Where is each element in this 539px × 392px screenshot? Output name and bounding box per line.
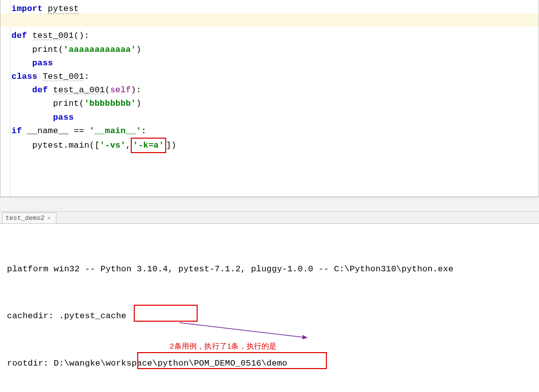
emphasis-box-summary <box>137 352 327 369</box>
code-editor[interactable]: import pytest def test_001(): print('aaa… <box>0 0 539 197</box>
console-output[interactable]: platform win32 -- Python 3.10.4, pytest-… <box>0 224 539 392</box>
code-line-4: print('aaaaaaaaaaaa') <box>11 43 539 56</box>
pane-separator[interactable] <box>0 197 539 212</box>
tab-label: test_demo2 <box>5 214 44 222</box>
annotation-text: 2条用例，执行了1条，执行的是 <box>170 339 277 353</box>
code-line-3: def test_001(): <box>11 29 539 42</box>
tab-test-demo2[interactable]: test_demo2 × <box>2 212 56 223</box>
code-line-2 <box>11 15 539 29</box>
code-line-5: pass <box>11 56 539 70</box>
code-line-8: print('bbbbbbbb') <box>11 97 539 110</box>
code-line-1: import pytest <box>11 2 539 15</box>
code-content: import pytest def test_001(): print('aaa… <box>0 2 539 167</box>
code-line-9: pass <box>11 111 539 124</box>
close-icon[interactable]: × <box>47 215 51 221</box>
console-tab-bar: test_demo2 × <box>0 212 539 224</box>
code-line-11: pytest.main(['-vs','-k=a']) <box>11 138 539 153</box>
code-line-6: class Test_001: <box>11 70 539 83</box>
emphasis-box-kflag: '-k=a' <box>131 138 166 153</box>
code-line-12 <box>11 153 539 167</box>
svg-line-0 <box>180 323 307 338</box>
editor-gutter <box>0 0 10 196</box>
code-line-7: def test_a_001(self): <box>11 83 539 97</box>
console-line-platform: platform win32 -- Python 3.10.4, pytest-… <box>7 261 532 277</box>
code-line-10: if __name__ == '__main__': <box>11 124 539 138</box>
